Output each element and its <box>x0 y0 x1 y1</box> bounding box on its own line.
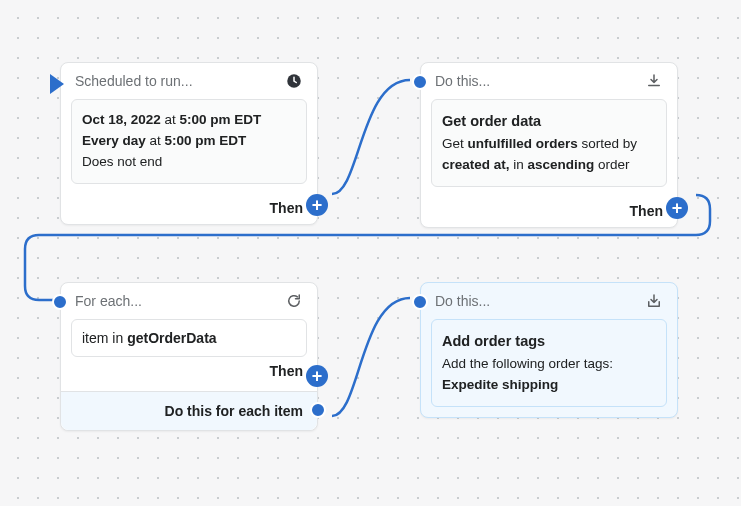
node-dot <box>412 74 428 90</box>
then-label: Then <box>270 200 303 216</box>
header-label: Do this... <box>435 293 490 309</box>
then-row: Then <box>421 197 677 227</box>
then-row: Then <box>61 357 317 383</box>
add-step-button[interactable]: + <box>306 194 328 216</box>
download-icon <box>645 72 663 90</box>
clock-icon <box>285 72 303 90</box>
card-get-order-data[interactable]: Do this... Get order data Get unfulfille… <box>420 62 678 228</box>
then-label: Then <box>630 203 663 219</box>
play-icon <box>50 74 64 94</box>
refresh-icon <box>285 292 303 310</box>
add-step-button[interactable]: + <box>306 365 328 387</box>
card-header: Do this... <box>421 283 677 319</box>
card-scheduled[interactable]: Scheduled to run... Oct 18, 2022 at 5:00… <box>60 62 318 225</box>
node-dot <box>412 294 428 310</box>
card-header: For each... <box>61 283 317 319</box>
card-body: Oct 18, 2022 at 5:00 pm EDT Every day at… <box>71 99 307 184</box>
import-icon <box>645 292 663 310</box>
card-body: Add order tags Add the following order t… <box>431 319 667 407</box>
do-each-row: Do this for each item <box>61 391 317 430</box>
card-add-order-tags[interactable]: Do this... Add order tags Add the follow… <box>420 282 678 418</box>
node-dot <box>52 294 68 310</box>
then-row: Then <box>61 194 317 224</box>
card-header: Scheduled to run... <box>61 63 317 99</box>
header-label: Scheduled to run... <box>75 73 193 89</box>
card-body: item in getOrderData <box>71 319 307 357</box>
card-header: Do this... <box>421 63 677 99</box>
node-dot-bottom <box>310 402 326 418</box>
card-body: Get order data Get unfulfilled orders so… <box>431 99 667 187</box>
header-label: For each... <box>75 293 142 309</box>
header-label: Do this... <box>435 73 490 89</box>
card-for-each[interactable]: For each... item in getOrderData Then + … <box>60 282 318 431</box>
do-each-label: Do this for each item <box>165 403 303 419</box>
then-label: Then <box>270 363 303 379</box>
